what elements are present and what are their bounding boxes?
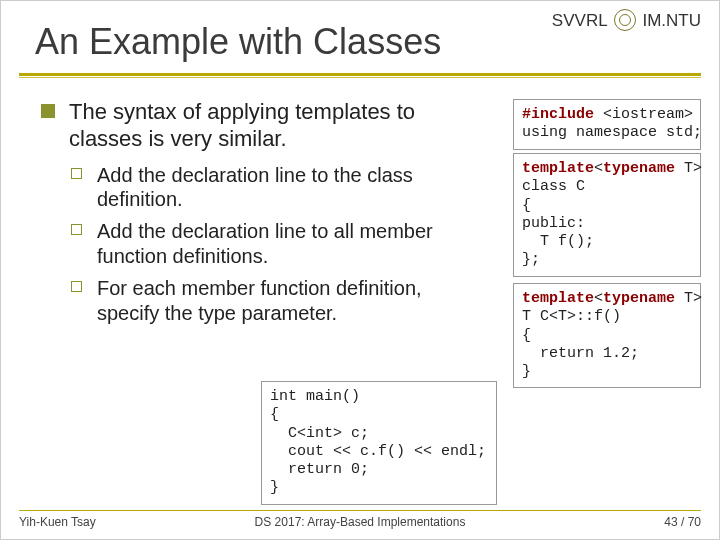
org-left: SVVRL	[552, 11, 607, 30]
bullet-sub-3: For each member function definition, spe…	[71, 276, 481, 325]
footer-rule	[19, 510, 701, 511]
code-main: int main() { C<int> c; cout << c.f() << …	[261, 381, 497, 505]
code-includes-l2: using namespace std;	[522, 124, 702, 141]
square-bullet-icon	[41, 104, 55, 118]
org-right: IM.NTU	[642, 11, 701, 30]
code-funcdef-l2: T C<T>::f()	[522, 308, 621, 325]
bullet-sub-2: Add the declaration line to all member f…	[71, 219, 481, 268]
code-main-l5: return 0;	[270, 461, 369, 478]
code-classdef-l6: };	[522, 251, 540, 268]
code-includes: #include <iostream> using namespace std;	[513, 99, 701, 150]
code-classdef-l3: {	[522, 197, 531, 214]
code-funcdef-l1b: <	[594, 290, 603, 307]
code-funcdef-l4: return 1.2;	[522, 345, 639, 362]
hollow-square-bullet-icon	[71, 224, 82, 235]
code-classdef-l5: T f();	[522, 233, 594, 250]
code-classdef-l1d: T>	[675, 160, 702, 177]
slide-title: An Example with Classes	[35, 21, 441, 63]
code-main-l6: }	[270, 479, 279, 496]
kw-template-1: template	[522, 160, 594, 177]
code-main-l3: C<int> c;	[270, 425, 369, 442]
bullet-sub-1: Add the declaration line to the class de…	[71, 163, 481, 212]
kw-typename-2: typename	[603, 290, 675, 307]
body-text: The syntax of applying templates to clas…	[41, 99, 481, 333]
bullet-sub-3-text: For each member function definition, spe…	[97, 277, 422, 323]
hollow-square-bullet-icon	[71, 281, 82, 292]
bullet-sub-2-text: Add the declaration line to all member f…	[97, 220, 433, 266]
code-funcdef-l3: {	[522, 327, 531, 344]
logo-icon	[614, 9, 636, 31]
footer-course: DS 2017: Array-Based Implementations	[19, 515, 701, 529]
kw-template-2: template	[522, 290, 594, 307]
code-funcdef-l5: }	[522, 363, 531, 380]
code-classdef-l2: class C	[522, 178, 585, 195]
bullet-sub-1-text: Add the declaration line to the class de…	[97, 164, 413, 210]
bullet-main: The syntax of applying templates to clas…	[41, 99, 481, 153]
code-main-l2: {	[270, 406, 279, 423]
code-main-l1: int main()	[270, 388, 360, 405]
kw-include: #include	[522, 106, 594, 123]
code-main-l4: cout << c.f() << endl;	[270, 443, 486, 460]
title-rule-thin	[19, 77, 701, 78]
header-org: SVVRL IM.NTU	[552, 9, 701, 31]
code-classdef-l1b: <	[594, 160, 603, 177]
footer-page: 43 / 70	[664, 515, 701, 529]
title-rule	[19, 73, 701, 76]
kw-typename-1: typename	[603, 160, 675, 177]
code-classdef: template<typename T> class C { public: T…	[513, 153, 701, 277]
bullet-main-text: The syntax of applying templates to clas…	[69, 99, 415, 151]
code-includes-l1b: <iostream>	[594, 106, 693, 123]
code-funcdef-l1d: T>	[675, 290, 702, 307]
code-funcdef: template<typename T> T C<T>::f() { retur…	[513, 283, 701, 388]
hollow-square-bullet-icon	[71, 168, 82, 179]
code-classdef-l4: public:	[522, 215, 585, 232]
